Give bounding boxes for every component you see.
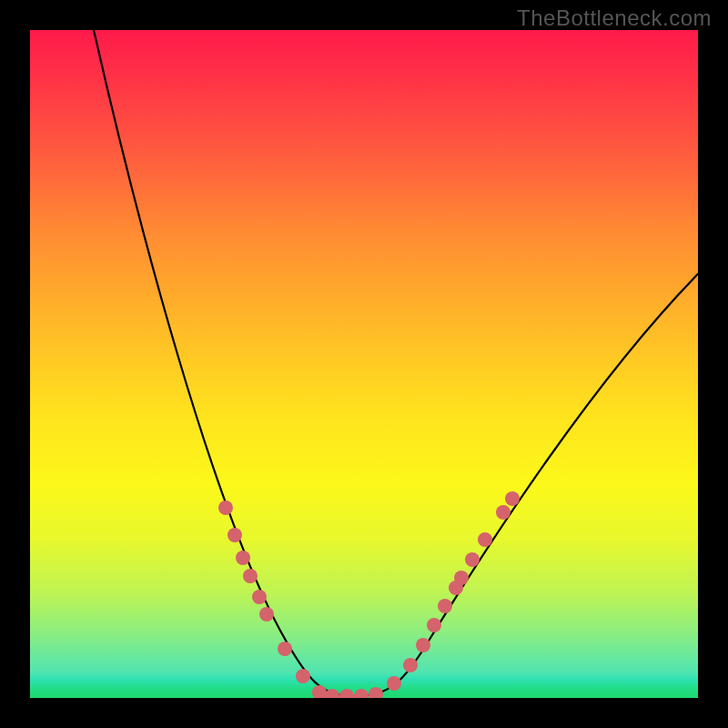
data-dot <box>228 528 242 542</box>
data-dot <box>312 685 327 698</box>
data-dot <box>505 491 520 506</box>
data-dot <box>339 689 354 698</box>
data-dot <box>296 669 310 683</box>
data-dot <box>454 571 469 585</box>
watermark-text: TheBottleneck.com <box>517 5 712 31</box>
data-dot <box>496 505 511 520</box>
chart-frame: TheBottleneck.com <box>0 0 728 728</box>
data-dot <box>278 642 292 656</box>
data-dot <box>252 590 267 604</box>
bottleneck-curve-svg <box>30 30 698 698</box>
data-dot <box>243 569 258 583</box>
data-dot <box>354 689 369 698</box>
data-dot <box>259 607 274 622</box>
data-dot <box>369 687 383 698</box>
plot-area <box>30 30 698 698</box>
data-dot <box>236 551 250 565</box>
data-dot <box>387 676 401 691</box>
bottleneck-curve-path <box>94 30 698 696</box>
data-dot <box>427 618 441 632</box>
data-dot <box>465 552 480 567</box>
data-dot <box>478 532 492 547</box>
data-dot <box>403 658 418 672</box>
data-dot <box>416 638 430 652</box>
data-dot <box>218 500 233 515</box>
data-dots-group <box>218 491 520 698</box>
data-dot <box>438 599 452 613</box>
